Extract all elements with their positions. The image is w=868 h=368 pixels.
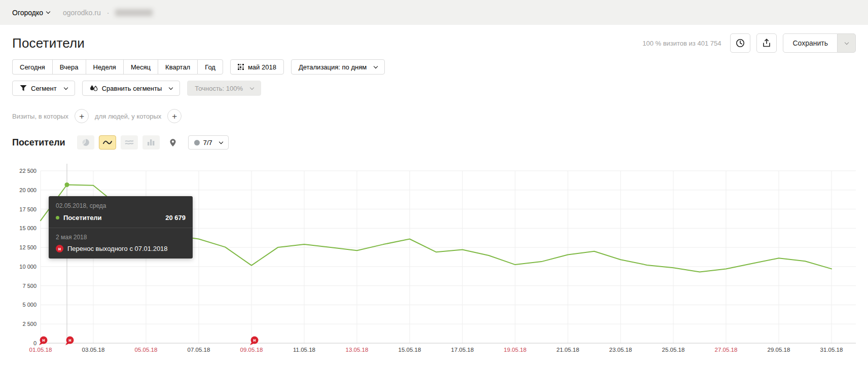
chevron-down-icon	[63, 85, 67, 89]
x-axis-label: 19.05.18	[504, 347, 527, 353]
clock-icon	[735, 38, 745, 48]
visits-summary: 100 % визитов из 401 754	[642, 40, 721, 47]
export-button[interactable]	[756, 33, 777, 53]
line-chart-icon	[103, 139, 112, 145]
tooltip-divider	[49, 228, 193, 228]
y-axis-label: 10 000	[19, 264, 37, 270]
accuracy-label: Точность: 100%	[195, 85, 243, 92]
funnel-icon	[20, 85, 27, 92]
y-axis-label: 2 500	[22, 321, 37, 327]
save-button[interactable]: Сохранить	[783, 33, 838, 53]
stacked-area-icon	[125, 139, 134, 146]
x-axis-label: 17.05.18	[451, 347, 474, 353]
y-axis-label: 17 500	[19, 206, 37, 212]
chevron-down-icon	[374, 64, 378, 68]
save-dropdown-button[interactable]	[838, 33, 856, 53]
people-filter-label: для людей, у которых	[95, 113, 161, 120]
chevron-down-icon	[219, 139, 223, 143]
period-tab-2[interactable]: Неделя	[86, 59, 123, 75]
x-axis-label: 27.05.18	[715, 347, 738, 353]
accuracy-button[interactable]: Точность: 100%	[187, 81, 261, 96]
y-axis-label: 7 500	[22, 283, 37, 289]
y-axis-label: 15 000	[19, 225, 37, 231]
separator-dot: ·	[107, 9, 110, 17]
chevron-down-icon	[844, 41, 848, 45]
y-axis-label: 20 000	[19, 187, 37, 193]
x-axis-label: 01.05.18	[29, 347, 52, 353]
x-axis-label: 09.05.18	[240, 347, 263, 353]
project-name: Огородко	[12, 9, 43, 17]
calendar-grid-icon	[238, 64, 244, 70]
holiday-marker[interactable]: н	[39, 337, 48, 346]
period-tab-0[interactable]: Сегодня	[12, 59, 52, 75]
chart-type-pie-button[interactable]	[77, 135, 94, 150]
chevron-down-icon	[250, 85, 254, 89]
x-axis-label: 07.05.18	[188, 347, 210, 353]
x-axis-label: 23.05.18	[609, 347, 632, 353]
chart-tooltip: 02.05.2018, среда Посетители 20 679 2 ма…	[49, 196, 193, 259]
x-axis-label: 15.05.18	[399, 347, 421, 353]
holiday-badge-icon: н	[56, 245, 63, 252]
add-visits-filter-button[interactable]: +	[75, 109, 89, 123]
chart-type-line-button[interactable]	[99, 135, 116, 150]
save-split-button: Сохранить	[783, 33, 856, 53]
holiday-marker[interactable]: н	[65, 337, 74, 346]
y-axis-label: 0	[33, 340, 37, 346]
y-axis-label: 5 000	[22, 302, 37, 308]
x-axis-label: 29.05.18	[768, 347, 790, 353]
map-view-button[interactable]	[164, 135, 182, 150]
detalization-button[interactable]: Детализация: по дням	[291, 59, 385, 75]
compare-drops-icon	[90, 85, 98, 92]
tooltip-annotation-text: Перенос выходного с 07.01.2018	[67, 245, 168, 252]
x-axis-label: 13.05.18	[346, 347, 369, 353]
series-bullet-icon	[56, 216, 59, 219]
chart-type-area-button[interactable]	[121, 135, 138, 150]
compare-segments-button[interactable]: Сравнить сегменты	[82, 81, 180, 96]
project-switcher[interactable]: Огородко	[12, 9, 50, 17]
x-axis-label: 21.05.18	[557, 347, 580, 353]
x-axis-label: 03.05.18	[82, 347, 105, 353]
period-tab-1[interactable]: Вчера	[52, 59, 86, 75]
page-title: Посетители	[12, 35, 85, 51]
annotations-count: 7/7	[203, 139, 212, 146]
highlighted-point[interactable]	[65, 182, 69, 187]
visitors-chart[interactable]: 02 5005 0007 50010 00012 50015 00017 500…	[12, 155, 856, 356]
date-range-button[interactable]: май 2018	[230, 59, 284, 75]
tooltip-metric-name: Посетители	[63, 214, 102, 222]
period-tab-group: СегодняВчераНеделяМесяцКварталГод	[12, 59, 223, 75]
holiday-marker[interactable]: н	[250, 337, 259, 346]
history-button[interactable]	[730, 33, 750, 53]
x-axis-label: 25.05.18	[662, 347, 685, 353]
period-tab-4[interactable]: Квартал	[158, 59, 197, 75]
period-tab-3[interactable]: Месяц	[123, 59, 158, 75]
topbar: Огородко ogorodko.ru ·	[0, 0, 868, 25]
y-axis-label: 12 500	[19, 244, 37, 250]
compare-segments-label: Сравнить сегменты	[102, 85, 162, 92]
segment-button[interactable]: Сегмент	[12, 81, 75, 96]
x-axis-label: 31.05.18	[820, 347, 843, 353]
comment-icon	[194, 140, 200, 145]
chevron-down-icon	[169, 85, 173, 89]
marker-letter: н	[42, 338, 45, 343]
chevron-down-icon	[46, 10, 50, 14]
export-icon	[762, 38, 772, 48]
chart-title: Посетители	[12, 137, 65, 148]
marker-letter: н	[253, 338, 256, 343]
chart-type-bar-button[interactable]	[142, 135, 160, 150]
tooltip-metric-value: 20 679	[165, 214, 186, 222]
tooltip-annotation-date: 2 мая 2018	[56, 234, 186, 241]
main-content: Посетители 100 % визитов из 401 754 Сохр…	[0, 33, 868, 356]
tooltip-date: 02.05.2018, среда	[56, 202, 186, 209]
counter-id-blurred	[115, 9, 153, 16]
map-pin-icon	[169, 138, 176, 147]
site-domain: ogorodko.ru	[63, 9, 101, 17]
bar-chart-icon	[147, 139, 155, 146]
add-people-filter-button[interactable]: +	[167, 109, 182, 123]
annotations-button[interactable]: 7/7	[188, 135, 229, 150]
y-axis-label: 22 500	[19, 168, 37, 174]
pie-chart-icon	[82, 138, 90, 146]
period-tab-5[interactable]: Год	[197, 59, 223, 75]
x-axis-label: 11.05.18	[293, 347, 315, 353]
segment-label: Сегмент	[31, 85, 57, 92]
marker-letter: н	[68, 338, 71, 343]
